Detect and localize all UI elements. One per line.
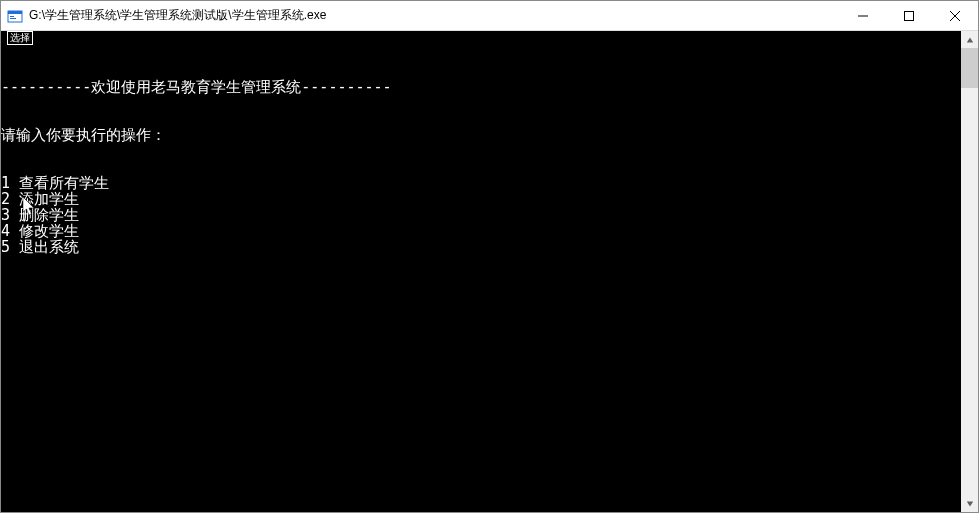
svg-rect-4 (858, 15, 868, 16)
scroll-down-button[interactable] (961, 495, 978, 512)
console-content-area: 选择 ----------欢迎使用老马教育学生管理系统---------- 请输… (1, 31, 978, 512)
titlebar[interactable]: G:\学生管理系统\学生管理系统测试版\学生管理系统.exe (1, 1, 978, 31)
menu-item: 3 删除学生 (1, 207, 961, 223)
menu-item: 1 查看所有学生 (1, 175, 961, 191)
menu-item: 2 添加学生 (1, 191, 961, 207)
console-output[interactable]: 选择 ----------欢迎使用老马教育学生管理系统---------- 请输… (1, 31, 961, 512)
maximize-button[interactable] (886, 1, 932, 31)
svg-rect-1 (8, 11, 22, 14)
menu-item: 5 退出系统 (1, 239, 961, 255)
scroll-thumb[interactable] (961, 48, 978, 88)
selection-label: 选择 (7, 31, 33, 45)
window-controls (840, 1, 978, 31)
banner-line: ----------欢迎使用老马教育学生管理系统---------- (1, 79, 961, 95)
window-title: G:\学生管理系统\学生管理系统测试版\学生管理系统.exe (29, 7, 840, 24)
svg-rect-5 (905, 11, 914, 20)
menu-item: 4 修改学生 (1, 223, 961, 239)
svg-rect-2 (10, 16, 14, 17)
scroll-up-button[interactable] (961, 31, 978, 48)
console-window: G:\学生管理系统\学生管理系统测试版\学生管理系统.exe 选择 ------… (0, 0, 979, 513)
svg-marker-9 (966, 501, 972, 506)
prompt-line: 请输入你要执行的操作： (1, 127, 961, 143)
minimize-button[interactable] (840, 1, 886, 31)
vertical-scrollbar[interactable] (961, 31, 978, 512)
close-button[interactable] (932, 1, 978, 31)
app-icon (7, 8, 23, 24)
svg-rect-3 (10, 18, 16, 19)
svg-marker-8 (966, 37, 972, 42)
